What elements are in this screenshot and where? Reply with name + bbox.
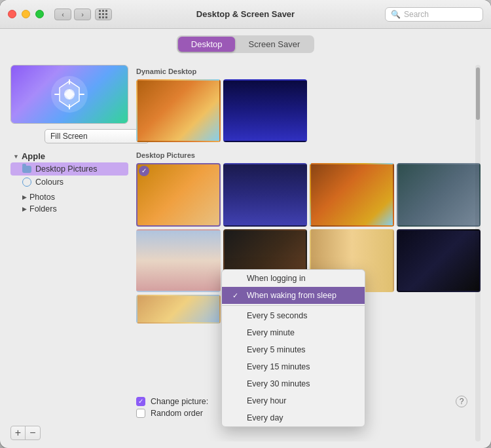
photos-label: Photos bbox=[29, 193, 55, 202]
dynamic-thumb-1[interactable] bbox=[136, 79, 221, 142]
desktop-thumb-3[interactable] bbox=[310, 163, 394, 226]
desktop-thumb-2[interactable] bbox=[223, 163, 308, 226]
content-area: Dynamic Desktop Desktop Pictures bbox=[136, 65, 481, 441]
change-picture-label: Change picture: bbox=[151, 397, 208, 406]
tab-screen-saver[interactable]: Screen Saver bbox=[235, 37, 313, 52]
menu-label-when-logging-in: When logging in bbox=[247, 274, 306, 283]
menu-label-when-waking: When waking from sleep bbox=[247, 291, 336, 300]
close-button[interactable] bbox=[8, 10, 16, 18]
folder-icon bbox=[22, 166, 31, 173]
desktop-thumb-5[interactable] bbox=[136, 229, 221, 292]
menu-label-every-30-minutes: Every 30 minutes bbox=[247, 379, 310, 388]
bottom-controls: + − bbox=[10, 426, 128, 441]
colours-label: Colours bbox=[35, 177, 64, 187]
menu-item-every-day[interactable]: Every day bbox=[222, 409, 365, 426]
menu-label-5-seconds: Every 5 seconds bbox=[247, 311, 307, 320]
folders-label: Folders bbox=[29, 204, 57, 214]
menu-item-when-waking[interactable]: ✓ When waking from sleep bbox=[222, 287, 365, 304]
menu-item-every-minute[interactable]: Every minute bbox=[222, 324, 365, 341]
menu-label-every-15-minutes: Every 15 minutes bbox=[247, 362, 310, 371]
sidebar-item-desktop-pictures[interactable]: Desktop Pictures bbox=[10, 162, 128, 176]
menu-label-every-day: Every day bbox=[247, 413, 283, 422]
minimize-button[interactable] bbox=[22, 10, 30, 18]
titlebar: ‹ › Desktop & Screen Saver 🔍 Search bbox=[0, 0, 491, 29]
random-order-label: Random order bbox=[151, 409, 203, 418]
sidebar: Fill Screen ▼ Apple bbox=[10, 65, 128, 441]
menu-label-every-5-minutes: Every 5 minutes bbox=[247, 345, 306, 354]
grid-icon bbox=[99, 10, 108, 19]
desktop-thumb-4[interactable] bbox=[397, 163, 481, 226]
window-title: Desktop & Screen Saver bbox=[196, 9, 295, 19]
desktop-thumb-9[interactable] bbox=[136, 295, 221, 324]
chevron-right-icon: ▶ bbox=[22, 194, 27, 200]
search-placeholder: Search bbox=[404, 10, 429, 19]
scrollbar-thumb[interactable] bbox=[476, 67, 480, 120]
scrollbar-track[interactable] bbox=[475, 65, 481, 441]
preview-area bbox=[10, 65, 128, 124]
menu-label-every-hour: Every hour bbox=[247, 396, 286, 405]
fill-screen-area: Fill Screen bbox=[10, 129, 128, 143]
search-box[interactable]: 🔍 Search bbox=[385, 7, 483, 22]
remove-button[interactable]: − bbox=[26, 426, 40, 439]
sidebar-item-folders[interactable]: ▶ Folders bbox=[10, 203, 128, 215]
tree-nav: ▼ Apple Desktop Pictures Colours ▶ Photo… bbox=[10, 150, 128, 422]
menu-check-icon-2: ✓ bbox=[232, 291, 242, 300]
preview-image bbox=[11, 65, 128, 123]
menu-divider bbox=[222, 305, 365, 306]
desktop-thumb-1[interactable] bbox=[136, 163, 221, 226]
menu-item-every-5-minutes[interactable]: Every 5 minutes bbox=[222, 341, 365, 358]
menu-label-every-minute: Every minute bbox=[247, 328, 295, 337]
menu-item-every-30-minutes[interactable]: Every 30 minutes bbox=[222, 375, 365, 392]
nav-buttons: ‹ › bbox=[54, 9, 91, 20]
menu-item-every-hour[interactable]: Every hour bbox=[222, 392, 365, 409]
add-remove-group: + − bbox=[10, 426, 41, 440]
maximize-button[interactable] bbox=[35, 10, 44, 18]
dropdown-menu: When logging in ✓ When waking from sleep… bbox=[221, 269, 365, 427]
chevron-right-icon-2: ▶ bbox=[22, 206, 27, 212]
checkmark-icon: ✓ bbox=[138, 398, 143, 405]
tab-desktop[interactable]: Desktop bbox=[178, 37, 236, 52]
traffic-lights bbox=[8, 10, 44, 18]
menu-item-every-15-minutes[interactable]: Every 15 minutes bbox=[222, 358, 365, 375]
main-content: Fill Screen ▼ Apple bbox=[0, 58, 491, 448]
main-window: ‹ › Desktop & Screen Saver 🔍 Search Desk… bbox=[0, 0, 491, 448]
menu-item-5-seconds[interactable]: Every 5 seconds bbox=[222, 307, 365, 324]
add-button[interactable]: + bbox=[11, 426, 26, 439]
tree-header-apple[interactable]: ▼ Apple bbox=[10, 150, 128, 162]
forward-button[interactable]: › bbox=[74, 9, 91, 20]
tabs-container: Desktop Screen Saver bbox=[177, 35, 314, 53]
sidebar-item-photos[interactable]: ▶ Photos bbox=[10, 191, 128, 203]
globe-icon bbox=[22, 177, 31, 187]
dynamic-thumb-2[interactable] bbox=[223, 79, 308, 142]
desktop-pictures-label: Desktop Pictures bbox=[35, 164, 97, 174]
menu-item-when-logging-in[interactable]: When logging in bbox=[222, 270, 365, 287]
dynamic-desktop-label: Dynamic Desktop bbox=[136, 67, 481, 75]
preview-icon bbox=[50, 75, 89, 114]
fill-screen-wrapper[interactable]: Fill Screen bbox=[45, 129, 149, 143]
desktop-thumb-8[interactable] bbox=[397, 229, 481, 292]
sidebar-item-colours[interactable]: Colours bbox=[10, 176, 128, 189]
random-order-checkbox[interactable] bbox=[136, 409, 145, 418]
back-button[interactable]: ‹ bbox=[54, 9, 71, 20]
tabs-bar: Desktop Screen Saver bbox=[0, 29, 491, 58]
tree-apple-label: Apple bbox=[22, 151, 45, 161]
fill-screen-select[interactable]: Fill Screen bbox=[45, 129, 149, 143]
search-icon: 🔍 bbox=[391, 10, 401, 19]
dynamic-desktop-grid bbox=[136, 79, 481, 142]
help-button[interactable]: ? bbox=[456, 396, 467, 407]
tree-section-apple: ▼ Apple Desktop Pictures Colours bbox=[10, 150, 128, 189]
app-grid-button[interactable] bbox=[95, 9, 112, 20]
chevron-down-icon: ▼ bbox=[13, 153, 19, 160]
change-picture-checkbox[interactable]: ✓ bbox=[136, 397, 145, 406]
desktop-pictures-label: Desktop Pictures bbox=[136, 151, 481, 159]
